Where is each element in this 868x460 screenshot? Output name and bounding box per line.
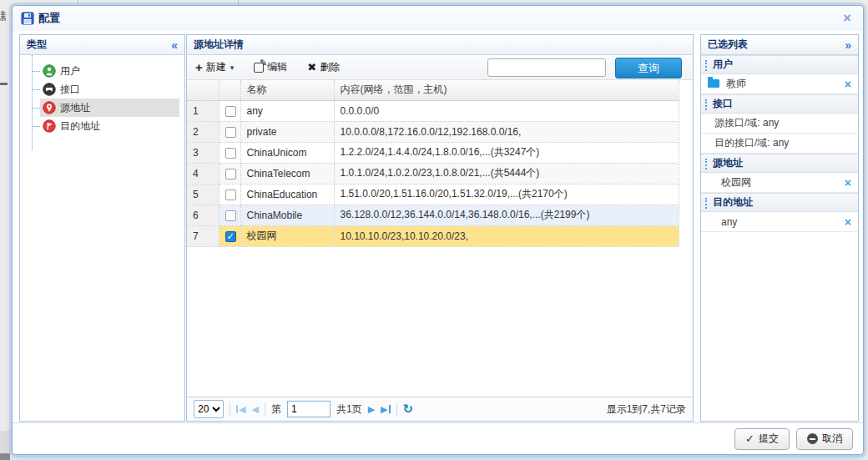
submit-button-label: 提交: [759, 432, 779, 446]
selected-user-label: 教师: [726, 77, 746, 91]
delete-button[interactable]: ✖ 删除: [307, 60, 340, 74]
page-suffix-label: 共1页: [336, 402, 362, 417]
col-row-number: [187, 80, 219, 100]
row-number: 3: [187, 142, 219, 163]
search-input[interactable]: [487, 58, 606, 77]
row-checkbox[interactable]: [225, 190, 236, 200]
last-page-icon[interactable]: ▶: [381, 403, 390, 415]
table-header-row: 名称 内容(网络，范围，主机): [187, 80, 679, 100]
row-name: ChinaUnicom: [240, 142, 334, 163]
backdrop-mark: [0, 83, 8, 85]
table-row[interactable]: 4 ChinaTelecom 1.0.1.0/24,1.0.2.0/23,1.0…: [187, 163, 679, 184]
backdrop-block-dark: [0, 453, 10, 460]
section-header-source-address: 源地址: [701, 154, 858, 173]
row-name: ChinaTelecom: [240, 163, 334, 184]
table-row[interactable]: 6 ChinaMobile 36.128.0.0/12,36.144.0.0/1…: [187, 205, 679, 225]
divider: [396, 402, 397, 416]
row-name: 校园网: [240, 225, 334, 246]
dialog-titlebar: 配置 ×: [13, 6, 863, 31]
cancel-button[interactable]: 取消: [796, 428, 853, 450]
table-row-selected[interactable]: 7 校园网 10.10.10.0/23,10.10.20.0/23,: [187, 225, 679, 246]
row-content: 1.51.0.0/20,1.51.16.0/20,1.51.32.0/19,..…: [334, 184, 679, 205]
row-checkbox[interactable]: [225, 169, 236, 179]
tree-item-interface[interactable]: 接口: [40, 80, 179, 99]
new-button[interactable]: + 新建 ▾: [195, 60, 234, 74]
detail-panel-title: 源地址详情: [194, 38, 244, 52]
chevron-down-icon: ▾: [230, 63, 235, 72]
new-button-label: 新建: [206, 60, 226, 74]
col-checkbox: [219, 80, 240, 100]
row-content: 10.10.10.0/23,10.10.20.0/23,: [334, 225, 679, 246]
close-icon[interactable]: ×: [843, 11, 851, 25]
edit-button-label: 编辑: [267, 60, 287, 74]
user-icon: [43, 64, 56, 78]
col-name: 名称: [240, 80, 334, 100]
plus-icon: +: [195, 60, 203, 74]
destination-interface-label: 目的接口/域: any: [714, 136, 789, 150]
row-checkbox[interactable]: [225, 148, 236, 159]
first-page-icon[interactable]: ◀: [236, 403, 245, 415]
section-header-user: 用户: [701, 55, 858, 74]
tree-item-label: 用户: [60, 64, 80, 78]
tree-item-destination-address[interactable]: 目的地址: [40, 117, 179, 135]
destination-interface-item: 目的接口/域: any: [701, 134, 858, 154]
selected-destination-address-item[interactable]: any ×: [701, 212, 858, 232]
remove-destination-address-icon[interactable]: ×: [845, 216, 851, 228]
expand-right-icon[interactable]: »: [845, 38, 851, 52]
row-name: ChinaMobile: [240, 205, 334, 225]
edit-button[interactable]: 编辑: [254, 60, 287, 74]
next-page-icon[interactable]: ▶: [368, 403, 375, 415]
row-name: ChinaEducation: [240, 184, 334, 205]
section-header-interface: 接口: [701, 94, 858, 114]
submit-button[interactable]: ✓ 提交: [734, 428, 790, 450]
prev-page-icon[interactable]: ◀: [251, 403, 258, 415]
selected-list-title: 已选列表: [708, 38, 748, 52]
collapse-left-icon[interactable]: «: [171, 38, 178, 52]
row-checkbox-checked[interactable]: [225, 231, 236, 242]
remove-source-address-icon[interactable]: ×: [845, 177, 851, 189]
floppy-disk-icon: [21, 12, 34, 25]
row-checkbox[interactable]: [225, 210, 236, 221]
page-size-select[interactable]: 20: [194, 400, 224, 418]
row-name: any: [240, 100, 334, 121]
row-content: 36.128.0.0/12,36.144.0.0/14,36.148.0.0/1…: [334, 205, 679, 225]
table-row[interactable]: 2 private 10.0.0.0/8,172.16.0.0/12,192.1…: [187, 121, 679, 142]
pagination-bar: 20 ◀ ◀ 第 共1页 ▶ ▶ ↻ 显示1到7,共7记录: [187, 397, 693, 421]
table-row[interactable]: 1 any 0.0.0.0/0: [187, 100, 679, 121]
backdrop-block: [0, 431, 12, 453]
delete-button-label: 删除: [320, 60, 340, 74]
table-row[interactable]: 3 ChinaUnicom 1.2.2.0/24,1.4.4.0/24,1.8.…: [187, 142, 679, 163]
page-prefix-label: 第: [271, 402, 281, 417]
check-icon: ✓: [745, 432, 754, 445]
row-number: 1: [187, 100, 219, 121]
divider: [230, 402, 230, 416]
query-button[interactable]: 查询: [615, 58, 682, 78]
tree-item-source-address[interactable]: 源地址: [40, 99, 179, 117]
tree-item-user[interactable]: 用户: [40, 62, 179, 80]
row-content: 0.0.0.0/0: [334, 100, 679, 121]
table-row[interactable]: 5 ChinaEducation 1.51.0.0/20,1.51.16.0/2…: [187, 184, 679, 205]
tree-item-label: 接口: [60, 83, 80, 97]
detail-panel-header: 源地址详情: [187, 35, 693, 55]
remove-user-icon[interactable]: ×: [845, 78, 851, 90]
record-count-status: 显示1到7,共7记录: [607, 402, 686, 417]
selected-destination-address-label: any: [721, 216, 737, 228]
refresh-icon[interactable]: ↻: [403, 402, 414, 417]
row-number: 4: [187, 163, 219, 184]
divider: [265, 402, 265, 416]
delete-icon: ✖: [307, 61, 316, 73]
selected-user-item[interactable]: 教师 ×: [701, 74, 858, 94]
backdrop-strip: [12, 455, 868, 460]
type-panel-title: 类型: [27, 38, 47, 52]
selected-source-address-item[interactable]: 校园网 ×: [701, 173, 858, 193]
row-checkbox[interactable]: [225, 106, 236, 117]
row-checkbox[interactable]: [225, 127, 236, 138]
minus-circle-icon: [807, 433, 818, 444]
backdrop-partial-text: 新: [0, 9, 6, 23]
source-interface-label: 源接口/域: any: [714, 116, 779, 130]
selected-list-panel: 已选列表 » 用户 教师 × 接口 源接口/域: any 目的接口/域: any…: [700, 34, 859, 422]
row-name: private: [240, 121, 334, 142]
interface-icon: [43, 83, 56, 96]
page-number-input[interactable]: [287, 401, 331, 417]
dialog-title: 配置: [38, 11, 60, 26]
